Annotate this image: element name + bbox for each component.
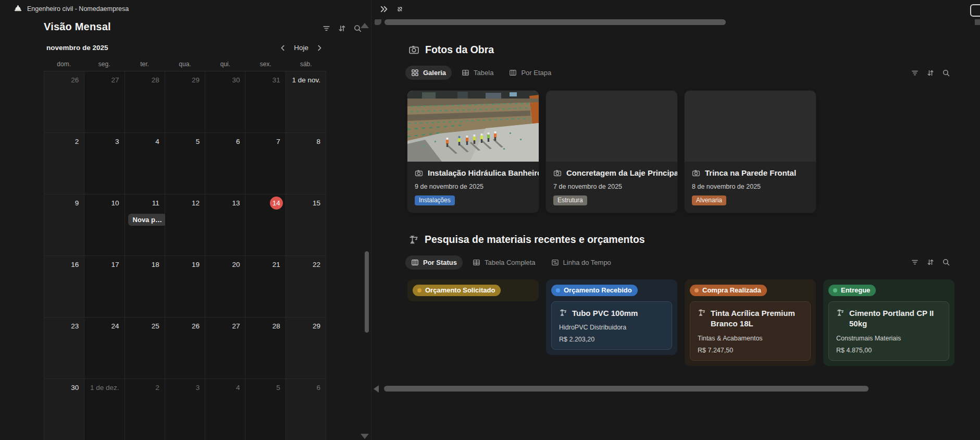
prev-month-icon[interactable] xyxy=(279,44,287,52)
calendar-cell[interactable]: 29 xyxy=(165,71,205,133)
calendar-cell[interactable]: 15 xyxy=(286,194,326,256)
calendar-cell[interactable]: 9 xyxy=(44,194,84,256)
calendar-cell[interactable]: 29 xyxy=(286,317,326,379)
vertical-scrollbar-thumb[interactable] xyxy=(365,251,369,333)
close-peek-icon[interactable] xyxy=(379,4,389,14)
status-badge[interactable]: Orçamento Recebido xyxy=(551,285,638,296)
status-badge[interactable]: Entregue xyxy=(828,285,876,296)
calendar-cell[interactable]: 2 xyxy=(125,379,165,440)
photo-card-date: 8 de novembro de 2025 xyxy=(692,183,809,190)
sort-icon[interactable] xyxy=(926,258,935,266)
photo-card[interactable]: Instalação Hidráulica Banheiro 2 9 de no… xyxy=(407,91,539,213)
crane-icon xyxy=(559,309,567,317)
material-card[interactable]: Tubo PVC 100mm HidroPVC Distribuidora R$… xyxy=(551,301,672,350)
calendar-cell[interactable]: 10 xyxy=(84,194,125,256)
day-header: seg. xyxy=(84,58,124,70)
calendar-cell[interactable]: 6 xyxy=(205,133,245,194)
tab-tabela[interactable]: Tabela xyxy=(456,66,499,80)
calendar-cell[interactable]: 22 xyxy=(286,256,326,317)
tab-label: Tabela xyxy=(474,69,493,77)
material-card[interactable]: Tinta Acrílica Premium Branco 18L Tintas… xyxy=(690,301,811,361)
status-dot xyxy=(556,288,560,292)
status-badge[interactable]: Compra Realizada xyxy=(690,285,767,296)
calendar-cell[interactable]: 31 xyxy=(245,71,286,133)
photo-card[interactable]: Concretagem da Laje Principal 7 de novem… xyxy=(546,91,677,213)
camera-icon xyxy=(553,169,562,177)
calendar-cell[interactable]: 21 xyxy=(245,256,286,317)
calendar-cell[interactable]: 27 xyxy=(84,71,125,133)
status-badge[interactable]: Orçamento Solicitado xyxy=(413,285,501,296)
calendar-cell[interactable]: 7 xyxy=(245,133,286,194)
calendar-cell[interactable]: 25 xyxy=(125,317,165,379)
calendar-cell[interactable]: 16 xyxy=(44,256,84,317)
calendar-cell[interactable]: 12 xyxy=(165,194,205,256)
sort-icon[interactable] xyxy=(338,24,346,33)
calendar-cell[interactable]: 30 xyxy=(205,71,245,133)
calendar-cell[interactable]: 1 de dez. xyxy=(84,379,125,440)
today-button[interactable]: Hoje xyxy=(294,44,308,52)
hscroll-left-piece[interactable] xyxy=(375,19,381,25)
calendar-cell[interactable]: 6 xyxy=(286,379,326,440)
cell-date: 3 xyxy=(115,138,119,145)
next-month-icon[interactable] xyxy=(316,44,323,52)
calendar-cell[interactable]: 5 xyxy=(245,379,286,440)
calendar-cell[interactable]: 1 de nov. xyxy=(286,71,326,133)
calendar-cell[interactable]: 27 xyxy=(205,317,245,379)
calendar-cell[interactable]: 2 xyxy=(44,133,84,194)
tab-por-status[interactable]: Por Status xyxy=(405,255,463,270)
calendar-cell[interactable]: 3 xyxy=(165,379,205,440)
calendar-cell[interactable]: 4 xyxy=(125,133,165,194)
filter-icon[interactable] xyxy=(322,24,331,33)
tab-galeria[interactable]: Galeria xyxy=(405,66,452,80)
board-icon xyxy=(411,259,419,266)
corner-button[interactable] xyxy=(970,4,980,17)
cell-date: 27 xyxy=(232,322,240,330)
calendar-cell[interactable]: 3 xyxy=(84,133,125,194)
calendar-cell[interactable]: 19 xyxy=(165,256,205,317)
board-column-compra-realizada: Compra Realizada Tinta Acrílica Premium … xyxy=(685,279,816,366)
breadcrumb[interactable]: Engenheiro civil - Nomedaempresa xyxy=(14,4,129,13)
calendar-cell[interactable]: 8 xyxy=(286,133,326,194)
scroll-up-arrow[interactable] xyxy=(361,23,369,28)
sort-icon[interactable] xyxy=(926,69,935,77)
tab-tabela-completa[interactable]: Tabela Completa xyxy=(467,255,541,270)
scroll-down-arrow[interactable] xyxy=(361,434,369,439)
filter-icon[interactable] xyxy=(911,69,919,77)
calendar-cell[interactable]: 4 xyxy=(205,379,245,440)
search-icon[interactable] xyxy=(942,258,950,266)
board-icon xyxy=(509,69,517,77)
calendar-cell[interactable]: 5 xyxy=(165,133,205,194)
calendar-cell[interactable]: 23 xyxy=(44,317,84,379)
bottom-horizontal-scrollbar-thumb[interactable] xyxy=(384,386,869,392)
calendar-cell[interactable]: 13 xyxy=(205,194,245,256)
expand-icon[interactable] xyxy=(395,4,404,14)
tab-por-etapa[interactable]: Por Etapa xyxy=(503,66,557,80)
calendar-day-headers: dom. seg. ter. qua. qui. sex. sáb. xyxy=(44,58,326,70)
calendar-cell[interactable]: 11Nova p… xyxy=(125,194,165,256)
status-label: Orçamento Recebido xyxy=(564,286,632,294)
cell-date: 4 xyxy=(236,384,240,392)
material-card[interactable]: Cimento Portland CP II 50kg Construmais … xyxy=(828,301,949,361)
cell-date: 2 xyxy=(75,138,79,145)
top-horizontal-scrollbar-thumb[interactable] xyxy=(384,19,726,25)
hscroll-left-arrow[interactable] xyxy=(374,385,379,393)
calendar-cell[interactable]: 14 xyxy=(245,194,286,256)
calendar-cell[interactable]: 18 xyxy=(125,256,165,317)
calendar-event[interactable]: Nova p… xyxy=(128,214,167,226)
calendar-cell[interactable]: 30 xyxy=(44,379,84,440)
photo-card-date: 9 de novembro de 2025 xyxy=(415,183,531,190)
photo-card-tag: Estrutura xyxy=(553,195,587,205)
calendar-cell[interactable]: 24 xyxy=(84,317,125,379)
search-icon[interactable] xyxy=(942,69,950,77)
material-price: R$ 7.247,50 xyxy=(698,347,803,354)
calendar-cell[interactable]: 26 xyxy=(44,71,84,133)
tab-linha-do-tempo[interactable]: Linha do Tempo xyxy=(545,255,617,270)
photo-card[interactable]: Trinca na Parede Frontal 8 de novembro d… xyxy=(685,91,816,213)
calendar-cell[interactable]: 28 xyxy=(245,317,286,379)
calendar-cell[interactable]: 20 xyxy=(205,256,245,317)
filter-icon[interactable] xyxy=(911,258,919,266)
calendar-cell[interactable]: 17 xyxy=(84,256,125,317)
calendar-cell[interactable]: 28 xyxy=(125,71,165,133)
calendar-cell[interactable]: 26 xyxy=(165,317,205,379)
day-header: sáb. xyxy=(286,58,326,70)
